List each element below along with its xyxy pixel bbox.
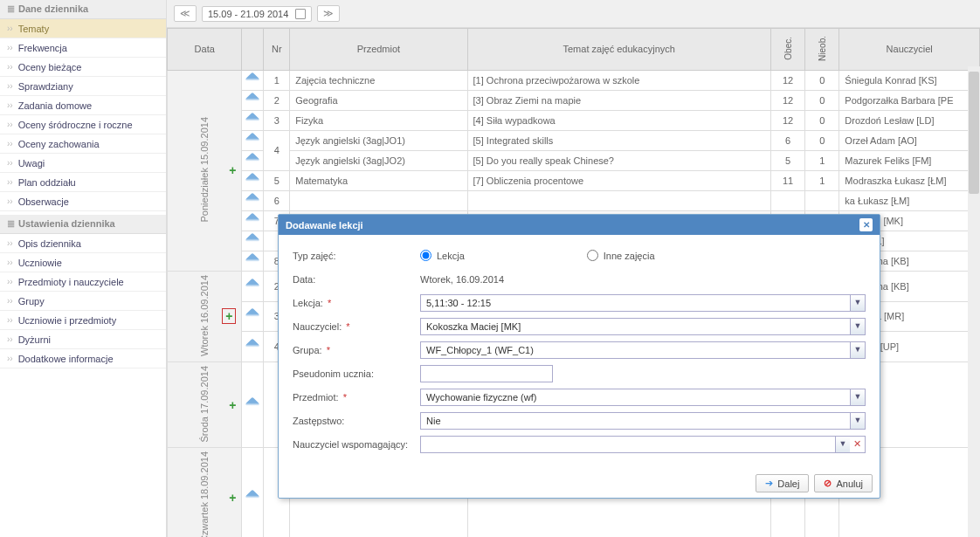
add-icon[interactable]: +	[229, 163, 236, 177]
sidebar-item-label: Przedmioty i nauczyciele	[18, 277, 124, 287]
col-data: Data	[168, 29, 242, 71]
scrollbar[interactable]	[968, 66, 980, 537]
add-icon[interactable]: +	[229, 398, 236, 412]
teacher-select[interactable]	[420, 318, 850, 335]
sidebar-item[interactable]: ››Grupy	[0, 292, 166, 311]
sidebar-item[interactable]: ››Obserwacje	[0, 192, 166, 211]
sidebar-item[interactable]: ››Zadania domowe	[0, 96, 166, 115]
chevron-icon: ››	[7, 81, 13, 91]
chevron-down-icon[interactable]: ▼	[835, 436, 851, 453]
edit-cell[interactable]	[242, 332, 264, 362]
pencil-icon	[245, 278, 260, 293]
cancel-button[interactable]: ⊘ Anuluj	[814, 474, 873, 492]
sidebar-item-label: Dodatkowe informacje	[18, 354, 114, 364]
sidebar-item[interactable]: ››Przedmioty i nauczyciele	[0, 272, 166, 292]
add-icon[interactable]: +	[229, 491, 236, 505]
chevron-icon: ››	[7, 100, 13, 110]
edit-cell[interactable]	[242, 90, 264, 110]
label-date: Data:	[293, 274, 420, 285]
prev-week-button[interactable]: ≪	[174, 5, 197, 22]
sidebar-section-ustawienia: ≣ Ustawienia dziennika	[0, 215, 166, 234]
chevron-down-icon[interactable]: ▼	[850, 341, 866, 359]
sidebar-item[interactable]: ››Uwagi	[0, 154, 166, 173]
value-date: Wtorek, 16.09.2014	[420, 274, 866, 285]
edit-cell[interactable]	[242, 70, 264, 90]
sidebar-item[interactable]: ››Frekwencja	[0, 38, 166, 58]
edit-cell[interactable]	[242, 150, 264, 170]
support-select[interactable]	[420, 436, 835, 453]
calendar-icon	[295, 9, 306, 19]
pencil-icon	[245, 490, 260, 505]
sidebar-item-label: Plan oddziału	[18, 177, 76, 188]
sidebar-item-label: Zadania domowe	[18, 100, 92, 111]
chevron-icon: ››	[7, 196, 13, 206]
next-week-button[interactable]: ≫	[317, 5, 340, 22]
edit-cell[interactable]	[242, 210, 264, 231]
chevron-down-icon[interactable]: ▼	[850, 318, 866, 335]
sidebar-item[interactable]: ››Oceny bieżące	[0, 58, 166, 77]
edit-cell[interactable]	[242, 271, 264, 301]
label-subject: Przedmiot: *	[293, 392, 420, 403]
pencil-icon	[245, 339, 260, 354]
pencil-icon	[245, 252, 260, 267]
chevron-icon: ››	[7, 139, 13, 148]
sidebar-item[interactable]: ››Uczniowie i przedmioty	[0, 311, 166, 330]
pseudo-input[interactable]	[420, 365, 553, 382]
sidebar-item[interactable]: ››Oceny śródroczne i roczne	[0, 115, 166, 134]
chevron-down-icon[interactable]: ▼	[850, 294, 866, 312]
edit-cell[interactable]	[242, 301, 264, 332]
label-group: Grupa: *	[293, 345, 420, 355]
sidebar-item-label: Opis dziennika	[18, 238, 81, 249]
sidebar-item[interactable]: ››Dodatkowe informacje	[0, 349, 166, 368]
chevron-down-icon[interactable]: ▼	[850, 389, 866, 406]
date-range-input[interactable]: 15.09 - 21.09 2014	[202, 6, 312, 22]
next-button[interactable]: ➔ Dalej	[756, 474, 809, 492]
sidebar-item[interactable]: ››Opis dziennika	[0, 234, 166, 253]
radio-lekcja[interactable]: Lekcja	[420, 250, 465, 261]
sidebar-item[interactable]: ››Oceny zachowania	[0, 134, 166, 154]
edit-cell[interactable]	[242, 231, 264, 251]
sidebar-item-label: Grupy	[18, 296, 45, 306]
day-cell: Środa 17.09.2014+	[168, 361, 242, 447]
edit-cell[interactable]	[242, 251, 264, 271]
edit-cell[interactable]	[242, 190, 264, 210]
sidebar-item[interactable]: ››Plan oddziału	[0, 173, 166, 192]
pencil-icon	[245, 308, 260, 323]
sidebar-item-label: Tematy	[18, 24, 49, 34]
chevron-icon: ››	[7, 277, 13, 286]
sidebar-item[interactable]: ››Sprawdziany	[0, 77, 166, 96]
sub-select[interactable]	[420, 412, 850, 430]
edit-cell[interactable]	[242, 110, 264, 130]
sidebar: ≣ Dane dziennika ››Tematy››Frekwencja››O…	[0, 0, 167, 537]
sidebar-item-label: Frekwencja	[18, 43, 67, 53]
chevron-down-icon[interactable]: ▼	[850, 412, 866, 430]
subject-select[interactable]	[420, 389, 850, 406]
edit-cell[interactable]	[242, 130, 264, 150]
chevron-icon: ››	[7, 315, 13, 325]
add-icon[interactable]: +	[222, 308, 236, 324]
sidebar-section-dane: ≣ Dane dziennika	[0, 0, 166, 19]
sidebar-item[interactable]: ››Tematy	[0, 19, 166, 38]
edit-cell[interactable]	[242, 361, 264, 447]
chevron-icon: ››	[7, 238, 13, 248]
edit-cell[interactable]	[242, 448, 264, 537]
radio-inne[interactable]: Inne zajęcia	[587, 250, 655, 261]
group-select[interactable]	[420, 341, 850, 359]
close-icon[interactable]: ✕	[859, 218, 873, 231]
edit-cell[interactable]	[242, 170, 264, 190]
sidebar-item[interactable]: ››Dyżurni	[0, 330, 166, 349]
sidebar-item[interactable]: ››Uczniowie	[0, 253, 166, 272]
label-lesson: Lekcja: *	[293, 298, 420, 308]
pencil-icon	[245, 192, 260, 207]
pencil-icon	[245, 232, 260, 247]
modal-title: Dodawanie lekcji	[286, 220, 363, 231]
lesson-select[interactable]	[420, 294, 850, 312]
table-row: 2Geografia[3] Obraz Ziemi na mapie120Pod…	[168, 90, 980, 110]
clear-icon[interactable]: ✕	[850, 436, 866, 453]
chevron-icon: ››	[7, 177, 13, 187]
chevron-icon: ››	[7, 43, 13, 52]
chevron-icon: ››	[7, 258, 13, 267]
col-nr: Nr	[264, 29, 290, 71]
pencil-icon	[245, 92, 260, 107]
label-teacher: Nauczyciel: *	[293, 321, 420, 332]
